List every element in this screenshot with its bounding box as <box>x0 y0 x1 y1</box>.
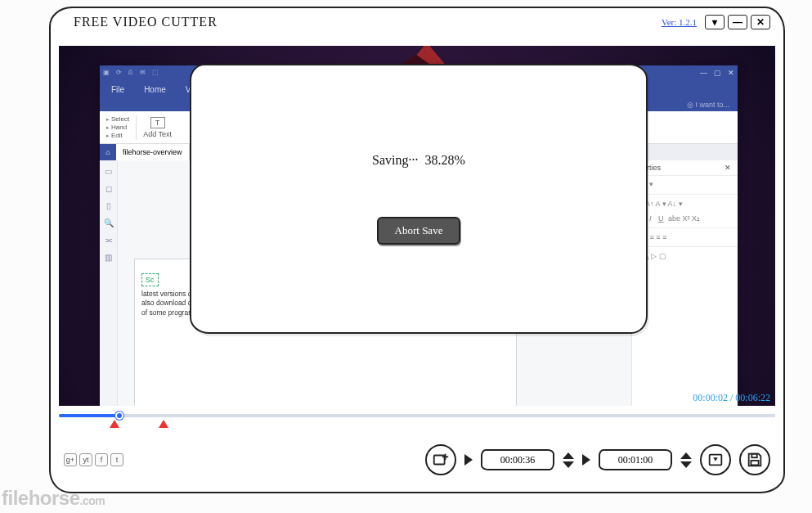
saving-prefix: Saving··· <box>372 153 418 167</box>
title-bar: FREE VIDEO CUTTER Ver: 1.2.1 ▾ — ✕ <box>51 8 783 33</box>
bookmark-icon: ◻ <box>105 184 112 193</box>
tool-add-text-label: Add Text <box>143 130 172 138</box>
document-tab: filehorse-overview <box>116 144 190 160</box>
embedded-left-rail: ▭ ◻ ▯ 🔍 ⫘ ▥ <box>100 160 118 406</box>
googleplus-icon[interactable]: g+ <box>64 453 77 466</box>
panel-icon: ▥ <box>105 253 112 262</box>
youtube-icon[interactable]: yt <box>79 453 92 466</box>
tool-select: Select <box>106 115 129 123</box>
close-button[interactable]: ✕ <box>751 15 770 29</box>
attach-icon: ⫘ <box>105 236 113 245</box>
menu-home: Home <box>144 85 166 94</box>
dropdown-button[interactable]: ▾ <box>705 15 725 29</box>
version-link[interactable]: Ver: 1.2.1 <box>662 17 697 27</box>
video-preview: ▣ ⟳ ⎙ ✉ ⬚ PDFelement 6 Professional —▢✕ … <box>59 46 775 406</box>
timeline-progress <box>59 414 118 417</box>
abort-save-button[interactable]: Abort Save <box>377 217 461 245</box>
close-panel-icon: ✕ <box>725 164 731 172</box>
social-links: g+ yt f t <box>64 453 123 466</box>
cut-start-input[interactable]: 00:00:36 <box>481 449 554 470</box>
step-down-icon[interactable] <box>563 461 574 468</box>
window-controls: ▾ — ✕ <box>705 15 770 29</box>
timeline[interactable] <box>59 409 775 430</box>
cut-end-stepper[interactable] <box>680 452 692 468</box>
play-end-button[interactable] <box>582 454 590 466</box>
tool-edit: Edit <box>106 132 129 139</box>
home-tab-icon: ⌂ <box>100 144 116 160</box>
save-icon <box>746 451 764 469</box>
play-start-button[interactable] <box>464 454 473 466</box>
twitter-icon[interactable]: t <box>110 453 123 466</box>
add-region-icon <box>432 451 450 469</box>
minimize-button[interactable]: — <box>728 15 747 29</box>
time-display: 00:00:02 / 00:06:22 <box>693 392 770 404</box>
thumbs-icon: ▭ <box>105 167 112 176</box>
watermark: filehorse.com <box>2 487 105 510</box>
cut-end-marker[interactable] <box>159 420 168 428</box>
saving-percent: 38.28% <box>425 153 465 167</box>
watermark-name: filehorse <box>2 487 80 509</box>
svg-rect-4 <box>751 461 758 466</box>
menu-file: File <box>111 85 124 94</box>
bottom-controls: g+ yt f t 00:00:36 00:01:00 <box>59 437 775 483</box>
svg-rect-5 <box>751 454 756 458</box>
app-window: FREE VIDEO CUTTER Ver: 1.2.1 ▾ — ✕ ▣ ⟳ ⎙… <box>49 7 785 493</box>
doc-selected-text: Sc <box>141 273 159 286</box>
watermark-tld: .com <box>80 494 105 507</box>
cut-button[interactable] <box>700 444 731 475</box>
cut-start-marker[interactable] <box>110 420 119 428</box>
cut-start-stepper[interactable] <box>563 452 574 468</box>
bookmark2-icon: ▯ <box>106 201 111 210</box>
step-down-icon[interactable] <box>680 461 692 468</box>
step-up-icon[interactable] <box>563 452 574 459</box>
quick-access-icons: ▣ ⟳ ⎙ ✉ ⬚ <box>103 65 161 80</box>
tool-hand: Hand <box>106 124 129 131</box>
step-up-icon[interactable] <box>680 452 692 459</box>
search-icon: 🔍 <box>104 218 114 227</box>
tool-add-text: T Add Text <box>143 117 172 138</box>
save-button[interactable] <box>739 444 770 475</box>
add-region-button[interactable] <box>425 444 456 475</box>
i-want-to-link: ◎ I want to... <box>687 101 729 109</box>
timeline-track[interactable] <box>59 414 775 417</box>
saving-dialog: Saving··· 38.28% Abort Save <box>190 64 648 334</box>
facebook-icon[interactable]: f <box>95 453 108 466</box>
app-title: FREE VIDEO CUTTER <box>74 15 662 29</box>
timeline-handle[interactable] <box>115 412 123 420</box>
saving-status-text: Saving··· 38.28% <box>372 153 465 168</box>
cut-end-input[interactable]: 00:01:00 <box>599 449 672 470</box>
embedded-window-controls: —▢✕ <box>700 65 734 80</box>
cut-icon <box>707 451 725 469</box>
